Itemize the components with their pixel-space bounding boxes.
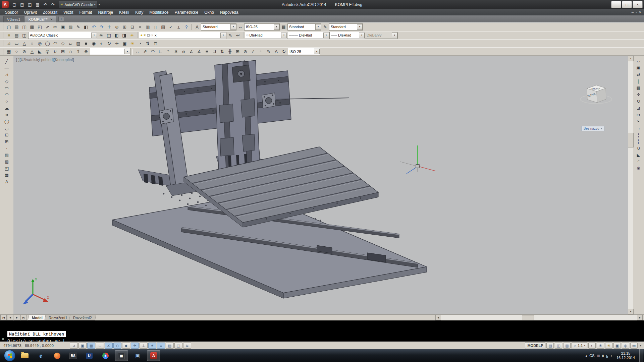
- pan-hand-icon[interactable]: ✛: [113, 40, 121, 47]
- chevron-down-icon[interactable]: ▾: [230, 24, 236, 30]
- rectangle-icon[interactable]: ▭: [13, 40, 20, 47]
- workspace-combo[interactable]: AutoCAD Classic ▾: [28, 32, 97, 39]
- vertical-scrollbar[interactable]: ▲ ▼: [628, 56, 633, 314]
- dim-diameter-icon[interactable]: ⌀: [180, 48, 187, 55]
- circle-icon[interactable]: ○: [2, 98, 11, 105]
- chevron-down-icon[interactable]: ▾: [220, 33, 226, 38]
- lock-ui-icon[interactable]: ▣: [613, 343, 621, 349]
- viewcube-ucs-menu[interactable]: Bez názvu ▾: [581, 126, 604, 131]
- workspace-settings-icon[interactable]: ✳: [97, 32, 105, 39]
- stretch-icon[interactable]: ↦: [635, 111, 643, 118]
- tolerance-icon[interactable]: ⊞: [234, 48, 241, 55]
- dim-linear-icon[interactable]: ↔: [133, 48, 141, 55]
- extrude-icon[interactable]: ⇑: [74, 48, 82, 55]
- qat-redo-icon[interactable]: ↷: [49, 1, 57, 8]
- cone-icon[interactable]: △: [28, 48, 36, 55]
- extend-icon[interactable]: →: [635, 125, 643, 131]
- quickview-layouts-icon[interactable]: ◫: [555, 343, 562, 349]
- pan-icon[interactable]: ✛: [105, 23, 113, 31]
- layer-off-icon[interactable]: ◫: [20, 32, 28, 39]
- trim-icon[interactable]: ✂: [635, 118, 643, 125]
- tab-close-icon[interactable]: ✕: [50, 18, 53, 21]
- design-center-icon[interactable]: ▥: [144, 23, 152, 31]
- polyline-edit-icon[interactable]: ⊿: [5, 40, 13, 47]
- array-icon[interactable]: ▦: [635, 84, 643, 91]
- autocad-logo-icon[interactable]: A: [2, 1, 9, 8]
- menu-napoveda[interactable]: Nápověda: [217, 9, 241, 15]
- layout-tab-rozvrzeni1[interactable]: Rozvržení1: [44, 315, 71, 320]
- dim-style-combo-2[interactable]: ISO-25 ▾: [288, 48, 320, 55]
- zoom-object-icon[interactable]: ⊕: [82, 48, 90, 55]
- ellipse-icon[interactable]: ◯: [2, 118, 11, 125]
- menu-zobrazit[interactable]: Zobrazit: [40, 9, 60, 15]
- doc-minimize-button[interactable]: ─: [632, 11, 634, 14]
- dim-edit-icon[interactable]: ✎: [265, 48, 272, 55]
- copy-icon[interactable]: ▣: [635, 64, 643, 71]
- help-icon[interactable]: ?: [182, 23, 190, 31]
- chevron-down-icon[interactable]: ▾: [274, 24, 279, 30]
- qat-save-icon[interactable]: ◫: [26, 1, 34, 8]
- open-icon[interactable]: ▤: [13, 23, 20, 31]
- orbit-icon[interactable]: ↻: [105, 40, 113, 47]
- gradient-icon[interactable]: ▧: [2, 158, 11, 165]
- chevron-down-icon[interactable]: ▾: [281, 33, 287, 38]
- view-combo[interactable]: ▾: [90, 48, 130, 55]
- color-combo[interactable]: ■ DleHlad ▾: [245, 32, 287, 39]
- menu-kresli[interactable]: Kresli: [116, 9, 132, 15]
- save-icon[interactable]: ◫: [20, 23, 28, 31]
- toggle-polar[interactable]: ∠: [105, 343, 113, 349]
- copy-icon[interactable]: ▣: [59, 23, 67, 31]
- dim-text-edit-icon[interactable]: A: [272, 48, 280, 55]
- mtext-icon[interactable]: A: [2, 178, 11, 185]
- taskbar-media-app[interactable]: [50, 350, 64, 361]
- coordinates-readout[interactable]: 4794.9673, -89.9449 , 0.0000: [1, 344, 69, 348]
- construction-line-icon[interactable]: —: [2, 64, 11, 71]
- taskbar-dark-app[interactable]: ▦: [115, 350, 128, 361]
- menu-nastroje[interactable]: Nástroje: [95, 9, 116, 15]
- toggle-qp[interactable]: ▢: [174, 343, 182, 349]
- model-paper-toggle[interactable]: MODELP: [525, 342, 545, 349]
- layer-previous-icon[interactable]: ↩: [234, 32, 242, 39]
- lineweight-combo[interactable]: —— DleHlad ▾: [329, 32, 365, 39]
- sphere-icon[interactable]: ○: [13, 48, 20, 55]
- annotation-scale-control[interactable]: △ 1:1 ▾: [572, 342, 587, 349]
- horizontal-scrollbar-thumb[interactable]: [522, 315, 534, 321]
- toggle-3dosnap[interactable]: ◆: [122, 343, 130, 349]
- statusbar-menu-icon[interactable]: ▾: [639, 344, 643, 347]
- dim-jogged-icon[interactable]: S: [172, 48, 180, 55]
- linetype-combo[interactable]: ——— DleHlad ▾: [287, 32, 329, 39]
- viewcube[interactable]: SHORA ZLEVA: [580, 85, 612, 104]
- plot-preview-icon[interactable]: ◰: [36, 23, 44, 31]
- menu-format[interactable]: Formát: [76, 9, 95, 15]
- camera-icon[interactable]: ▣: [121, 40, 128, 47]
- toggle-osnap[interactable]: ◇: [113, 343, 121, 349]
- view-top-icon[interactable]: ◧: [113, 32, 120, 39]
- maximize-button[interactable]: ▢: [622, 1, 632, 8]
- new-tab-button[interactable]: +: [58, 16, 64, 22]
- torus-icon[interactable]: ◎: [44, 48, 51, 55]
- region-icon[interactable]: ◰: [2, 165, 11, 172]
- qat-open-icon[interactable]: ▤: [18, 1, 26, 8]
- dim-inspect-icon[interactable]: ✓: [249, 48, 257, 55]
- scroll-left-icon[interactable]: ◀: [435, 315, 441, 320]
- undo-icon[interactable]: ↶: [90, 23, 98, 31]
- chevron-down-icon[interactable]: ▾: [91, 33, 97, 38]
- ellipse-icon[interactable]: ◯: [44, 40, 51, 47]
- tray-show-hidden-icon[interactable]: ▴: [586, 354, 587, 357]
- cut-icon[interactable]: ✂: [51, 23, 59, 31]
- mleader-style-combo[interactable]: Standard ▾: [329, 23, 363, 31]
- layout-first-button[interactable]: |◀: [0, 315, 7, 320]
- toggle-lwt[interactable]: ≡: [157, 343, 165, 349]
- polygon-icon[interactable]: ◇: [2, 78, 11, 84]
- mleader-style-icon[interactable]: ✎: [321, 23, 329, 31]
- vertical-scrollbar-thumb[interactable]: [628, 133, 634, 147]
- chevron-down-icon[interactable]: ▾: [124, 49, 130, 54]
- chevron-down-icon[interactable]: ▾: [315, 24, 321, 30]
- layout-last-button[interactable]: ▶|: [20, 315, 27, 320]
- redo-icon[interactable]: ↷: [98, 23, 105, 31]
- text-style-icon[interactable]: A: [193, 23, 201, 31]
- toolbar-grip[interactable]: [2, 32, 3, 38]
- quick-calc-icon[interactable]: ±: [175, 23, 182, 31]
- hatch-icon[interactable]: ▨: [74, 40, 82, 47]
- chevron-down-icon[interactable]: ▾: [323, 33, 329, 38]
